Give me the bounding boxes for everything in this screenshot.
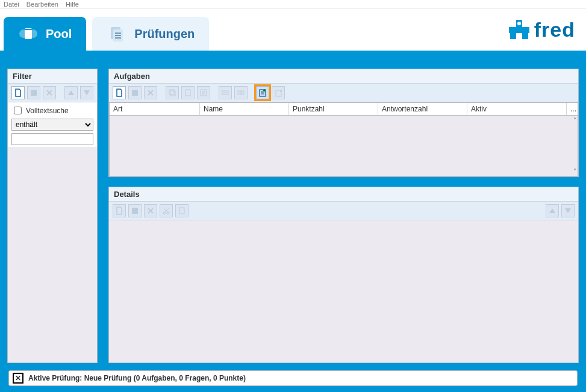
tab-pruefungen-label: Prüfungen bbox=[134, 27, 195, 41]
minus-grid-icon bbox=[221, 89, 229, 97]
menu-datei[interactable]: Datei bbox=[4, 1, 19, 8]
aufgaben-remove-button[interactable] bbox=[219, 86, 232, 99]
svg-rect-15 bbox=[201, 90, 207, 96]
tabstrip: Pool Prüfungen fred bbox=[0, 8, 586, 51]
triangle-down-icon bbox=[83, 89, 90, 96]
cut-icon bbox=[162, 207, 170, 215]
details-save-button[interactable] bbox=[128, 204, 142, 217]
aufgaben-add-button[interactable] bbox=[234, 86, 248, 99]
aufgaben-new-button[interactable] bbox=[113, 86, 126, 99]
filter-empty-area bbox=[8, 148, 97, 362]
svg-rect-10 bbox=[31, 90, 37, 96]
svg-rect-11 bbox=[132, 90, 138, 96]
filter-mode-select[interactable]: enthält bbox=[11, 119, 93, 131]
document-icon bbox=[115, 89, 123, 97]
remove-from-exam-icon bbox=[274, 89, 282, 97]
scroll-up-icon[interactable]: ˄ bbox=[573, 117, 576, 123]
triangle-up-icon bbox=[549, 207, 556, 214]
brand-icon bbox=[508, 19, 531, 42]
tab-pool-label: Pool bbox=[46, 27, 72, 41]
filter-text-input[interactable] bbox=[11, 133, 93, 145]
details-paste-button[interactable] bbox=[175, 204, 189, 217]
save-icon bbox=[30, 89, 38, 97]
volltext-checkbox[interactable] bbox=[14, 107, 22, 114]
svg-rect-16 bbox=[222, 91, 228, 95]
filter-up-button[interactable] bbox=[64, 86, 78, 99]
tab-pruefungen[interactable]: Prüfungen bbox=[92, 17, 209, 51]
menu-hilfe[interactable]: Hilfe bbox=[66, 1, 79, 8]
workarea: Filter bbox=[7, 69, 579, 363]
status-text: Aktive Prüfung: Neue Prüfung (0 Aufgaben… bbox=[28, 374, 246, 382]
col-art[interactable]: Art bbox=[110, 103, 200, 115]
triangle-down-icon bbox=[564, 207, 572, 214]
aufgaben-table-body: ˄ ˅ bbox=[109, 116, 578, 176]
menubar: Datei Bearbeiten Hilfe bbox=[0, 0, 586, 8]
svg-rect-18 bbox=[260, 90, 266, 96]
filter-toolbar bbox=[8, 84, 97, 102]
details-header: Details bbox=[109, 187, 578, 202]
svg-rect-19 bbox=[276, 90, 281, 96]
statusbar: ✕ Aktive Prüfung: Neue Prüfung (0 Aufgab… bbox=[8, 370, 578, 386]
filter-save-button[interactable] bbox=[27, 86, 40, 99]
details-body bbox=[109, 220, 578, 362]
document-icon bbox=[14, 89, 22, 97]
volltext-row[interactable]: Volltextsuche bbox=[11, 105, 93, 116]
document-icon bbox=[115, 207, 123, 215]
plus-grid-icon bbox=[237, 89, 245, 97]
svg-rect-12 bbox=[169, 90, 174, 95]
aufgaben-props-button[interactable] bbox=[197, 86, 210, 99]
status-label: Aktive Prüfung: bbox=[28, 374, 82, 382]
paste-icon bbox=[178, 207, 186, 215]
details-up-button[interactable] bbox=[546, 204, 559, 217]
status-value: Neue Prüfung (0 Aufgaben, 0 Fragen, 0 Pu… bbox=[84, 374, 246, 382]
details-panel: Details bbox=[108, 187, 579, 363]
menu-bearbeiten[interactable]: Bearbeiten bbox=[26, 1, 58, 8]
app-frame: Pool Prüfungen fred Filter bbox=[0, 8, 586, 392]
svg-point-22 bbox=[167, 212, 169, 214]
triangle-up-icon bbox=[67, 89, 75, 96]
details-delete-button[interactable] bbox=[144, 204, 157, 217]
col-aktiv[interactable]: Aktiv bbox=[467, 103, 567, 115]
svg-rect-23 bbox=[179, 208, 184, 214]
filter-body: Volltextsuche enthält bbox=[8, 102, 97, 148]
col-antwortenzahl[interactable]: Antwortenzahl bbox=[378, 103, 467, 115]
aufgaben-add-to-exam-button[interactable] bbox=[256, 86, 269, 99]
pruefungen-icon bbox=[107, 23, 127, 44]
aufgaben-remove-from-exam-button[interactable] bbox=[272, 86, 285, 99]
aufgaben-copy-button[interactable] bbox=[166, 86, 179, 99]
aufgaben-delete-button[interactable] bbox=[144, 86, 157, 99]
svg-rect-5 bbox=[509, 27, 529, 33]
brand-text: fred bbox=[534, 18, 575, 42]
svg-point-1 bbox=[19, 30, 28, 38]
details-new-button[interactable] bbox=[113, 204, 126, 217]
pool-icon bbox=[18, 23, 39, 44]
col-punktzahl[interactable]: Punktzahl bbox=[289, 103, 378, 115]
properties-icon bbox=[199, 89, 208, 97]
svg-point-7 bbox=[517, 22, 521, 25]
filter-panel: Filter bbox=[7, 69, 98, 363]
filter-down-button[interactable] bbox=[80, 86, 93, 99]
aufgaben-save-button[interactable] bbox=[128, 86, 142, 99]
paste-icon bbox=[184, 89, 192, 97]
delete-icon bbox=[45, 89, 54, 97]
brand-logo: fred bbox=[508, 18, 575, 42]
filter-new-button[interactable] bbox=[11, 86, 25, 99]
details-cut-button[interactable] bbox=[160, 204, 173, 217]
add-to-exam-icon bbox=[258, 88, 267, 98]
col-name[interactable]: Name bbox=[200, 103, 289, 115]
volltext-label: Volltextsuche bbox=[26, 107, 69, 115]
tab-pool[interactable]: Pool bbox=[4, 17, 86, 51]
filter-delete-button[interactable] bbox=[43, 86, 56, 99]
col-more-button[interactable]: ... bbox=[567, 103, 578, 115]
aufgaben-paste-button[interactable] bbox=[181, 86, 195, 99]
svg-rect-14 bbox=[185, 90, 190, 96]
details-toolbar bbox=[109, 202, 578, 220]
scroll-down-icon[interactable]: ˅ bbox=[573, 168, 576, 175]
status-close-button[interactable]: ✕ bbox=[13, 373, 23, 384]
delete-icon bbox=[146, 89, 155, 97]
details-down-button[interactable] bbox=[561, 204, 575, 217]
filter-header: Filter bbox=[8, 69, 97, 84]
aufgaben-panel: Aufgaben Art bbox=[108, 69, 579, 177]
aufgaben-header: Aufgaben bbox=[109, 69, 578, 84]
aufgaben-table-header: Art Name Punktzahl Antwortenzahl Aktiv .… bbox=[109, 102, 578, 116]
